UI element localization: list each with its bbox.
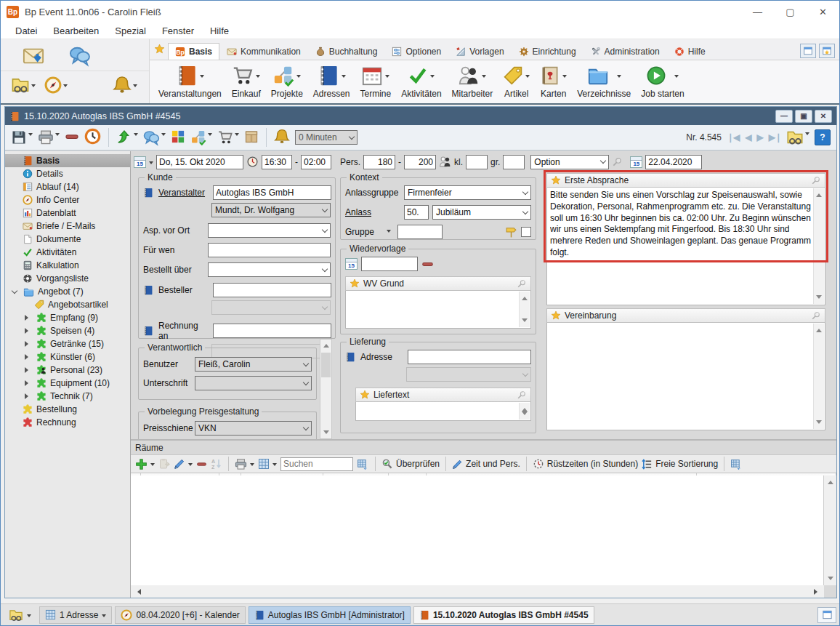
chevron-right-icon[interactable] [23,380,33,386]
asp-vor-ort-combo[interactable] [208,223,331,238]
rechnung-an-field[interactable] [213,324,331,338]
menu-datei[interactable]: Datei [8,23,44,39]
text-zoom-icon[interactable] [517,278,527,289]
sidebar-item-ablauf[interactable]: Ablauf (14) [5,180,130,193]
sidebar-item-rechnung[interactable]: Rechnung [5,416,130,429]
liefertext-textarea[interactable] [355,402,531,421]
date-dropdown-icon[interactable] [149,161,153,166]
gr-field[interactable] [503,155,525,169]
benutzer-combo[interactable]: Fleiß, Carolin [195,357,312,372]
time-from-field[interactable] [262,155,292,169]
text-zoom-icon[interactable] [811,310,821,321]
menu-hilfe[interactable]: Hilfe [203,23,236,39]
sidebar-item-basis[interactable]: Basis [5,154,130,167]
save-button[interactable] [11,129,33,145]
veranstalter-label[interactable]: Veranstalter [158,188,209,198]
chevron-right-icon[interactable] [23,393,33,399]
raeume-vertical-scrollbar[interactable] [824,475,836,585]
sidebar-item-dokumente[interactable]: Dokumente [5,233,130,246]
fetch-mail-button[interactable] [23,45,44,69]
tool-projekte[interactable]: Projekte [267,63,307,99]
tool-adressen[interactable]: Adressen [309,63,355,99]
gruppe-field[interactable] [397,225,443,239]
sidebar-item-bestellung[interactable]: Bestellung [5,403,130,416]
communication-button[interactable] [143,129,166,146]
tool-artikel[interactable]: Artikel [498,63,534,99]
print-button[interactable] [38,129,60,145]
anlass-combo[interactable]: Jubiläum [432,205,531,220]
chevron-right-icon[interactable] [23,367,33,373]
color-grid-button[interactable] [171,129,185,146]
layout-window-button[interactable] [800,44,816,58]
text-zoom-icon[interactable] [517,390,527,400]
tab-vorlagen[interactable]: Vorlagen [448,43,511,60]
veranstalter-field[interactable] [213,185,331,200]
sidebar-item-kuenstler[interactable]: Künstler (6) [5,350,130,364]
anlassgruppe-combo[interactable]: Firmenfeier [404,185,531,200]
doc-restore-button[interactable]: ▣ [795,110,812,123]
scrollbar[interactable] [813,188,824,304]
room-check-button[interactable]: Überprüfen [381,458,440,470]
sidebar-item-vorgangsliste[interactable]: Vorgangsliste [5,272,130,285]
compass-button[interactable] [44,76,68,94]
signpost-icon[interactable] [505,226,517,238]
compass-dropdown-icon[interactable] [63,84,68,89]
tab-optionen[interactable]: Optionen [384,43,448,60]
tab-administration[interactable]: Administration [583,43,667,60]
addressbook-icon[interactable] [143,285,155,295]
sidebar-item-empfang[interactable]: Empfang (9) [5,311,130,324]
chevron-right-icon[interactable] [23,341,33,347]
event-date-field[interactable] [156,155,243,169]
sidebar-item-speisen[interactable]: Speisen (4) [5,324,130,337]
room-remove-button[interactable] [196,459,207,470]
tool-verzeichnisse[interactable]: Verzeichnisse [573,63,635,99]
wv-clear-icon[interactable] [421,258,434,270]
kl-field[interactable] [466,155,488,169]
addressbook-icon[interactable] [143,188,155,198]
tool-job-starten[interactable]: Job starten [637,63,688,99]
tab-einrichtung[interactable]: Einrichtung [512,43,583,60]
nav-next-button[interactable]: ▶ [756,132,762,143]
help-button[interactable]: ? [815,129,831,145]
anlass-number-field[interactable] [404,205,429,220]
tool-einkauf[interactable]: Einkauf [227,63,265,99]
vereinbarung-textarea[interactable] [546,323,825,430]
reminder-bell-button[interactable] [113,76,137,95]
package-button[interactable] [244,129,259,146]
option-date-field[interactable] [645,155,702,169]
nav-prev-button[interactable]: ◀ [745,132,751,143]
room-search-input[interactable] [280,457,353,471]
delete-button[interactable] [65,129,79,146]
sidebar-item-personal[interactable]: Personal (23) [5,364,130,377]
besteller-field[interactable] [213,283,331,297]
chat-button[interactable] [69,45,91,69]
tab-kommunikation[interactable]: Kommunikation [219,43,308,60]
chevron-down-icon[interactable] [9,290,20,293]
room-table-export-button[interactable] [357,458,369,470]
tab-basis[interactable]: Basis [168,43,219,60]
maximize-button[interactable]: ▢ [774,1,807,23]
doc-minimize-button[interactable]: — [775,110,793,123]
wv-calendar-icon[interactable]: 15 [345,258,358,270]
kontext-checkbox[interactable] [521,227,531,237]
raeume-horizontal-scrollbar[interactable] [131,585,824,598]
raeume-grid-body[interactable] [131,475,824,585]
chevron-right-icon[interactable] [23,328,33,334]
contact-combo[interactable]: Mundt, Dr. Wolfgang [211,203,331,217]
room-print-button[interactable] [235,458,254,470]
nav-last-button[interactable]: ▶❘ [769,132,781,143]
room-add-button[interactable] [135,458,155,470]
tool-mitarbeiter[interactable]: Mitarbeiter [448,63,498,99]
tab-hilfe[interactable]: Hilfe [667,43,713,60]
favorites-folder-button[interactable] [11,76,36,95]
status-adresse[interactable]: 1 Adresse [39,606,112,624]
project-link-button[interactable] [190,129,212,145]
sidebar-item-datenblatt[interactable]: Datenblatt [5,206,130,220]
tool-aktivitaeten[interactable]: Aktivitäten [397,63,445,99]
tool-karten[interactable]: Karten [536,63,571,99]
wv-date-field[interactable] [361,257,418,271]
new-activity-button[interactable] [116,129,138,145]
scrollbar[interactable] [813,324,824,429]
status-admin-document[interactable]: Autoglas IBS GmbH [Administrator] [249,606,411,624]
liefer-adresse-field[interactable] [408,350,531,364]
